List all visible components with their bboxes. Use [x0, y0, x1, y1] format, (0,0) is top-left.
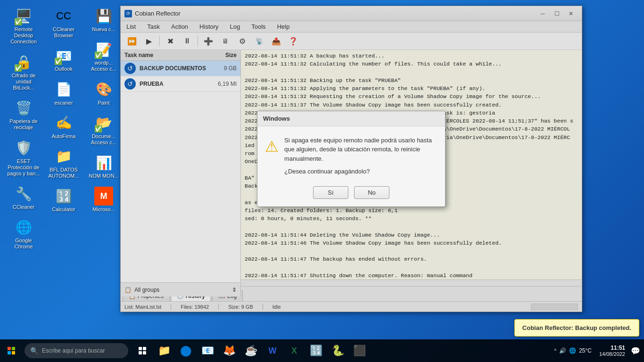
docume-icon: 📂✅: [94, 114, 113, 132]
dialog-no-button[interactable]: No: [354, 186, 389, 199]
taskbar-app-explorer[interactable]: 📁: [154, 340, 174, 361]
cobian-reflector-window: ⟳ Cobian Reflector ─ ☐ ✕ List Task Actio…: [120, 6, 582, 312]
docume-label: Docume... Acceso c...: [86, 133, 122, 146]
svg-rect-1: [12, 347, 15, 350]
ccleaner-browser-icon: CC: [54, 7, 73, 25]
svg-rect-0: [8, 347, 11, 350]
dialog-message: Si apaga este equipo remoto nadie podrá …: [284, 136, 438, 164]
notification-icon[interactable]: 💬: [631, 346, 640, 355]
taskbar-app-calculator2[interactable]: 🔢: [305, 340, 326, 361]
dialog-warning-icon: ⚠: [265, 138, 279, 156]
taskbar-app-firefox[interactable]: 🦊: [219, 340, 239, 361]
taskbar-app-snake[interactable]: 🐍: [327, 340, 348, 361]
snake-icon: 🐍: [331, 345, 344, 357]
paint-icon: 🎨: [94, 80, 113, 99]
excel-icon: X: [291, 346, 297, 356]
bfl-datos-label: BFL DATOS AUTONOM...: [46, 167, 82, 179]
icon-papelera[interactable]: 🗑️ Papelera de reciclaje: [5, 97, 42, 132]
cifrado-icon: 🔒✅: [14, 53, 33, 72]
icon-nom-mon[interactable]: 📊 NOM MON...: [85, 151, 123, 181]
taskbar-app-terminal[interactable]: ⬛: [349, 340, 370, 361]
systray-up-arrow[interactable]: ^: [554, 348, 556, 354]
icon-wordp[interactable]: 📝✅ wordp... Acceso c...: [85, 38, 123, 74]
svg-rect-2: [8, 351, 11, 354]
icon-escaner[interactable]: 📄 escaner: [45, 78, 83, 108]
dialog-yes-button[interactable]: Sí: [313, 186, 348, 199]
taskbar-clock[interactable]: 11:51 14/08/2022: [595, 345, 629, 357]
icon-ccleaner-browser[interactable]: CC CCleaner Browser: [45, 5, 83, 41]
cifrado-label: Cifrado de unidad BitLock...: [6, 73, 41, 91]
taskbar-systray: ^ 🔊 🌐 25°C: [552, 347, 594, 354]
explorer-icon: 📁: [158, 345, 171, 357]
icon-nueva-c[interactable]: 💾 Nueva c...: [85, 5, 123, 34]
clock-time: 11:51: [599, 345, 625, 351]
taskbar-search-bar[interactable]: 🔍: [25, 343, 128, 358]
google-chrome-label: Google Chrome: [6, 238, 41, 250]
word-icon: W: [269, 346, 277, 356]
taskbar-app-java[interactable]: ☕: [240, 340, 261, 361]
search-icon: 🔍: [30, 347, 38, 354]
icon-docume[interactable]: 📂✅ Docume... Acceso c...: [85, 112, 123, 148]
taskview-icon: [138, 346, 147, 355]
terminal-icon: ⬛: [353, 345, 366, 357]
taskbar-app-word[interactable]: W: [262, 340, 283, 361]
wordp-icon: 📝✅: [94, 40, 113, 59]
taskbar: 🔍 📁 ⬤ 📧 🦊: [0, 339, 644, 362]
java-icon: ☕: [245, 345, 257, 357]
calculator2-icon: 🔢: [310, 345, 322, 357]
dialog-overlay: Windows ⚠ Si apaga este equipo remoto na…: [121, 6, 582, 312]
icon-outlook[interactable]: 📧✅ Outlook: [45, 44, 83, 74]
outlook-icon: 📧✅: [54, 46, 73, 65]
icon-calculator[interactable]: 🔢 Calculator: [45, 185, 83, 214]
systray-volume-icon[interactable]: 🔊: [559, 347, 566, 354]
systray-network-icon[interactable]: 🌐: [569, 347, 576, 354]
taskbar-apps: 📁 ⬤ 📧 🦊 ☕ W X 🔢 🐍: [132, 340, 548, 361]
icon-columns: 🖥️✅ Remote Desktop Connection 🔒✅ Cifrado…: [5, 5, 123, 252]
dialog-content: Si apaga este equipo remoto nadie podrá …: [284, 136, 438, 175]
windows-logo-icon: [8, 347, 15, 354]
search-input[interactable]: [42, 347, 123, 354]
systray-temperature: 25°C: [579, 347, 592, 354]
icon-google-chrome[interactable]: 🌐 Google Chrome: [5, 216, 42, 252]
taskbar-app-outlook[interactable]: 📧: [197, 340, 218, 361]
svg-rect-5: [143, 347, 146, 350]
icon-bfl-datos[interactable]: 📁 BFL DATOS AUTONOM...: [45, 145, 83, 181]
escaner-label: escaner: [46, 100, 82, 106]
eset-icon: 🛡️: [14, 139, 33, 157]
firefox-icon: 🦊: [223, 345, 236, 357]
bfl-datos-icon: 📁: [54, 147, 73, 166]
icon-remote-desktop[interactable]: 🖥️✅ Remote Desktop Connection: [5, 5, 42, 47]
start-button[interactable]: [0, 339, 23, 362]
taskbar-app-edge[interactable]: ⬤: [175, 340, 196, 361]
nom-mon-label: NOM MON...: [86, 173, 122, 179]
edge-icon: ⬤: [180, 345, 192, 357]
icon-eset[interactable]: 🛡️ ESET Protección de pagos y ban...: [5, 137, 42, 179]
ccleaner-icon: 🔧: [14, 184, 33, 203]
desktop-icons-area: 🖥️✅ Remote Desktop Connection 🔒✅ Cifrado…: [5, 5, 123, 252]
icon-ccleaner[interactable]: 🔧 CCleaner: [5, 182, 42, 212]
autofirma-icon: ✍️: [54, 114, 73, 132]
dialog-question: ¿Desea continuar apagándolo?: [284, 168, 438, 175]
papelera-icon: 🗑️: [14, 99, 33, 117]
taskbar-app-taskview[interactable]: [132, 340, 153, 361]
icon-paint[interactable]: 🎨 Paint: [85, 78, 123, 108]
dialog-titlebar: Windows: [257, 111, 445, 126]
icon-microsoft[interactable]: M Microso...: [85, 185, 123, 214]
autofirma-label: AutoFirma: [46, 133, 82, 140]
icon-column-3: 💾 Nueva c... 📝✅ wordp... Acceso c... 🎨 P…: [85, 5, 123, 252]
icon-column-2: CC CCleaner Browser 📧✅ Outlook 📄 escaner…: [45, 5, 83, 252]
clock-date: 14/08/2022: [599, 351, 625, 357]
calculator-label: Calculator: [46, 206, 82, 213]
toast-message: Cobian Reflector: Backup completed.: [522, 324, 631, 331]
icon-cifrado[interactable]: 🔒✅ Cifrado de unidad BitLock...: [5, 51, 42, 93]
taskbar-app-excel[interactable]: X: [284, 340, 305, 361]
taskbar-right: ^ 🔊 🌐 25°C 11:51 14/08/2022 💬: [548, 345, 644, 357]
outlook-label: Outlook: [46, 66, 82, 72]
icon-autofirma[interactable]: ✍️ AutoFirma: [45, 112, 83, 141]
paint-label: Paint: [86, 100, 122, 106]
papelera-label: Papelera de reciclaje: [6, 118, 41, 131]
calculator-icon: 🔢: [54, 187, 73, 206]
toast-notification: Cobian Reflector: Backup completed.: [514, 319, 639, 337]
remote-desktop-icon: 🖥️✅: [14, 7, 33, 25]
microsoft-label: Microso...: [86, 206, 122, 213]
